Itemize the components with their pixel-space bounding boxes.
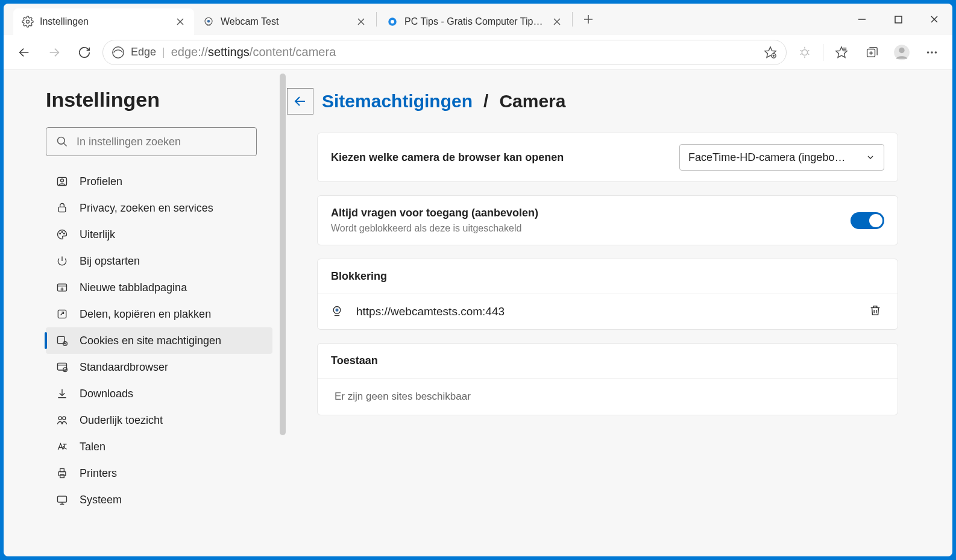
svg-line-27: [808, 50, 810, 51]
tab-pctips[interactable]: PC Tips - Gratis Computer Tips, i…: [378, 8, 571, 35]
sidebar-item-label: Nieuwe tabbladpagina: [80, 282, 187, 294]
svg-point-39: [927, 51, 929, 54]
sidebar-item-label: Systeem: [80, 494, 122, 506]
tab-strip: Instellingen Webcam Test PC Tips - Grati…: [4, 4, 952, 35]
svg-point-12: [391, 20, 394, 24]
allow-heading: Toestaan: [331, 354, 378, 367]
share-icon: [55, 307, 69, 321]
svg-point-42: [58, 137, 65, 145]
gear-icon: [22, 16, 34, 28]
block-card: Blokkering https://webcamtests.com:443: [317, 259, 898, 330]
breadcrumb-back-button[interactable]: [287, 88, 313, 115]
breadcrumb-current: Camera: [499, 91, 565, 112]
close-tab-button[interactable]: [552, 16, 562, 27]
block-heading: Blokkering: [331, 270, 387, 283]
sidebar-item-label: Printers: [80, 467, 117, 480]
tab-title: PC Tips - Gratis Computer Tips, i…: [404, 16, 546, 27]
sidebar-item-profiles[interactable]: Profielen: [46, 168, 272, 195]
delete-blocked-site-button[interactable]: [869, 304, 884, 319]
svg-point-48: [61, 231, 63, 233]
forward-button[interactable]: [42, 40, 66, 64]
ask-access-toggle[interactable]: [851, 212, 884, 229]
allow-card: Toestaan Er zijn geen sites beschikbaar: [317, 343, 898, 415]
newtab-icon: [55, 281, 69, 294]
new-tab-button[interactable]: [576, 7, 600, 31]
sidebar-item-languages[interactable]: Talen: [46, 433, 272, 460]
svg-line-43: [64, 143, 67, 146]
sidebar-item-appearance[interactable]: Uiterlijk: [46, 221, 272, 248]
sidebar-item-label: Uiterlijk: [80, 228, 115, 241]
search-input[interactable]: [77, 136, 247, 148]
tab-settings[interactable]: Instellingen: [13, 8, 194, 35]
address-bar[interactable]: Edge | edge://settings/content/camera: [102, 40, 787, 65]
printer-icon: [55, 467, 69, 480]
profile-icon: [55, 175, 69, 188]
sidebar-item-label: Profielen: [80, 175, 122, 188]
search-icon: [56, 136, 68, 148]
sidebar-item-label: Bij opstarten: [80, 255, 140, 268]
refresh-button[interactable]: [72, 40, 96, 64]
svg-point-62: [63, 417, 66, 420]
svg-rect-1: [895, 16, 902, 23]
sidebar-item-system[interactable]: Systeem: [46, 486, 272, 513]
sidebar-item-default-browser[interactable]: Standaardbrowser: [46, 354, 272, 380]
sidebar-item-cookies[interactable]: Cookies en site machtigingen: [46, 327, 272, 354]
maximize-button[interactable]: [880, 5, 916, 34]
svg-rect-64: [60, 469, 64, 472]
sidebar-item-label: Standaardbrowser: [80, 361, 168, 374]
sidebar-item-privacy[interactable]: Privacy, zoeken en services: [46, 195, 272, 221]
close-tab-button[interactable]: [356, 16, 366, 27]
favorites-icon[interactable]: [829, 40, 854, 64]
download-icon: [55, 387, 69, 400]
sidebar-item-label: Delen, kopiëren en plakken: [80, 308, 211, 321]
lock-icon: [55, 201, 69, 215]
window-controls: [844, 4, 952, 35]
webcam-icon: [331, 305, 344, 318]
svg-point-19: [113, 46, 124, 57]
svg-marker-31: [836, 46, 847, 57]
sidebar-item-label: Cookies en site machtigingen: [80, 335, 221, 347]
sidebar-item-startup[interactable]: Bij opstarten: [46, 248, 272, 274]
svg-line-28: [800, 53, 802, 54]
camera-select-card: Kiezen welke camera de browser kan opene…: [317, 133, 898, 182]
edge-logo-icon: [112, 46, 125, 59]
tab-webcam-test[interactable]: Webcam Test: [194, 8, 375, 35]
sidebar-item-label: Privacy, zoeken en services: [80, 202, 213, 215]
debug-icon[interactable]: [793, 40, 817, 64]
settings-search[interactable]: [46, 127, 257, 156]
close-window-button[interactable]: [916, 5, 952, 34]
svg-point-24: [802, 49, 807, 55]
ask-access-sub: Wordt geblokkeerd als deze is uitgeschak…: [331, 223, 538, 234]
favorite-add-icon[interactable]: [758, 40, 782, 64]
profile-avatar[interactable]: [890, 40, 914, 64]
svg-rect-63: [58, 472, 66, 476]
svg-point-45: [61, 179, 64, 182]
language-icon: [55, 440, 69, 453]
blocked-site-url[interactable]: https://webcamtests.com:443: [356, 305, 857, 318]
svg-point-38: [899, 47, 904, 52]
sidebar-item-label: Talen: [80, 441, 105, 453]
sidebar-item-printers[interactable]: Printers: [46, 460, 272, 486]
site-icon: [386, 16, 398, 28]
breadcrumb-sep: /: [483, 91, 488, 112]
more-menu-button[interactable]: [920, 40, 944, 64]
palette-icon: [55, 228, 69, 241]
browser-icon: [55, 360, 69, 374]
sidebar-item-downloads[interactable]: Downloads: [46, 380, 272, 407]
camera-select-dropdown[interactable]: FaceTime-HD-camera (ingebo…: [679, 144, 884, 171]
back-button[interactable]: [12, 40, 36, 64]
breadcrumb-link[interactable]: Sitemachtigingen: [322, 91, 473, 112]
settings-main: Sitemachtigingen / Camera Kiezen welke c…: [287, 70, 952, 556]
sidebar-item-share[interactable]: Delen, kopiëren en plakken: [46, 301, 272, 327]
system-icon: [55, 493, 69, 506]
svg-line-26: [800, 50, 802, 51]
minimize-button[interactable]: [844, 5, 880, 34]
sidebar-scrollbar[interactable]: [280, 74, 286, 435]
collections-icon[interactable]: [860, 40, 884, 64]
sidebar-item-label: Ouderlijk toezicht: [80, 414, 163, 427]
camera-select-value: FaceTime-HD-camera (ingebo…: [688, 151, 845, 164]
sidebar-item-newtab[interactable]: Nieuwe tabbladpagina: [46, 274, 272, 301]
close-tab-button[interactable]: [175, 16, 186, 27]
ask-access-label: Altijd vragen voor toegang (aanbevolen): [331, 207, 538, 219]
sidebar-item-family[interactable]: Ouderlijk toezicht: [46, 407, 272, 433]
